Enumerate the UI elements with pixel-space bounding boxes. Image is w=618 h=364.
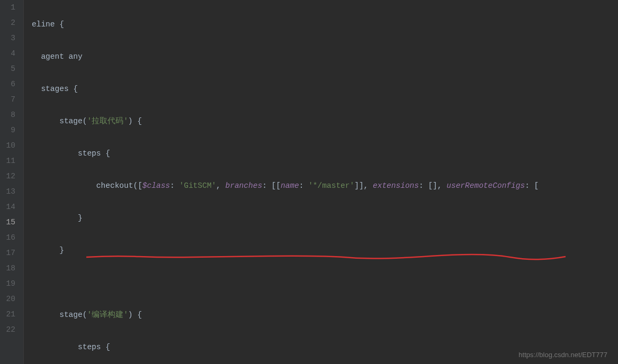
line-number: 19 [0,276,15,292]
line-number: 14 [0,199,15,215]
line-number: 8 [0,107,15,123]
property: userRemoteConfigs [446,181,525,190]
line-number: 6 [0,77,15,92]
line-number: 1 [0,0,15,15]
code-line[interactable]: } [32,243,618,258]
string-literal: '编译构建' [87,311,128,319]
property: branches [226,181,263,190]
line-number: 22 [0,322,15,338]
line-number: 17 [0,245,15,261]
punct: : [], [419,181,446,190]
code-text: steps { [78,149,110,158]
function-call: checkout [96,181,133,190]
line-number: 4 [0,46,15,61]
line-number-active: 15 [0,215,15,230]
code-editor[interactable]: 1 2 3 4 5 6 7 8 9 10 11 12 13 14 15 16 1… [0,0,618,364]
line-number: 2 [0,15,15,31]
punct: : [ [525,181,539,190]
line-number: 7 [0,92,15,107]
line-number: 21 [0,307,15,322]
punct: ([ [133,181,142,190]
punct: ) { [128,117,142,125]
code-line[interactable] [32,275,618,290]
code-line[interactable]: stage('编译构建') { [32,307,618,323]
code-content[interactable]: eline { agent any stages { stage('拉取代码')… [24,0,618,364]
code-text: eline { [32,20,64,29]
function-call: stage [59,117,83,125]
line-number: 16 [0,230,15,245]
property: $class [142,181,170,190]
brace: } [78,214,83,222]
line-number: 3 [0,31,15,46]
code-line[interactable]: } [32,211,618,226]
code-line[interactable]: checkout([$class: 'GitSCM', branches: [[… [32,178,618,194]
code-line[interactable]: stage('拉取代码') { [32,114,618,129]
punct: ) { [128,311,142,319]
function-call: stage [59,311,83,319]
brace: } [59,246,64,254]
line-number: 11 [0,153,15,169]
code-text: agent any [41,52,82,61]
punct: : [299,181,308,190]
code-text: steps { [78,343,110,351]
property: name [281,181,299,190]
line-number: 9 [0,123,15,138]
punct: : [170,181,179,190]
code-line[interactable]: agent any [32,49,618,65]
property: extensions [373,181,419,190]
code-line[interactable]: eline { [32,17,618,32]
code-line[interactable]: steps { [32,146,618,161]
line-number: 13 [0,184,15,199]
line-number: 20 [0,292,15,307]
string-literal: 'GitSCM' [179,181,216,190]
string-literal: '*/master' [308,181,354,190]
line-number: 12 [0,169,15,184]
line-gutter: 1 2 3 4 5 6 7 8 9 10 11 12 13 14 15 16 1… [0,0,24,364]
line-number: 10 [0,138,15,153]
punct: : [[ [262,181,281,190]
line-number: 18 [0,261,15,276]
code-line[interactable]: stages { [32,81,618,97]
string-literal: '拉取代码' [87,117,128,125]
watermark-text: https://blog.csdn.net/EDT777 [518,351,607,359]
punct: , [216,181,225,190]
line-number: 5 [0,61,15,77]
code-text: stages { [41,85,78,93]
punct: ]], [354,181,373,190]
